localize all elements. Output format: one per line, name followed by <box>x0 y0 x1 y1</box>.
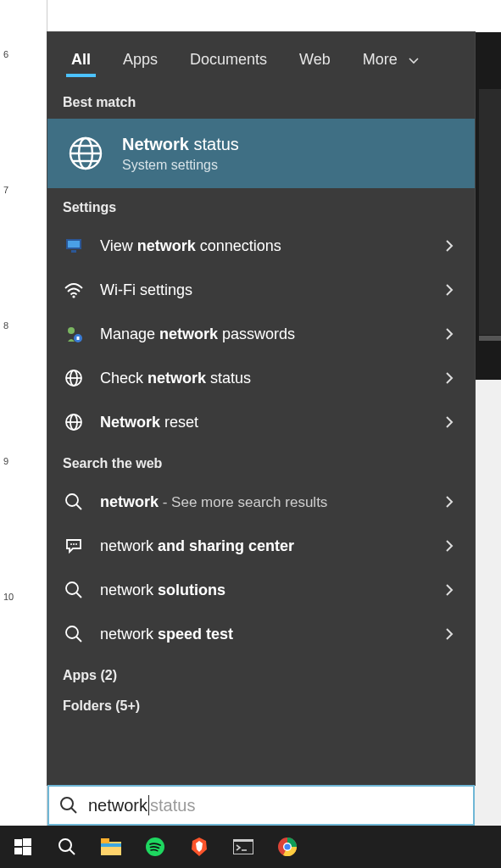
tab-documents[interactable]: Documents <box>181 39 276 77</box>
taskbar-chrome[interactable] <box>266 826 309 868</box>
chevron-right-icon <box>439 415 459 429</box>
svg-point-23 <box>66 582 78 594</box>
svg-rect-40 <box>234 842 253 854</box>
search-icon <box>63 491 85 513</box>
chevron-right-icon <box>439 495 459 509</box>
result-label: network speed test <box>100 626 424 643</box>
best-match-title-rest: status <box>189 135 239 153</box>
chevron-right-icon <box>439 283 459 297</box>
background-dark-strip <box>479 89 501 335</box>
chevron-right-icon <box>439 627 459 641</box>
settings-result-item[interactable]: Manage network passwords <box>47 312 475 356</box>
svg-rect-37 <box>101 843 121 847</box>
svg-rect-32 <box>23 847 31 855</box>
settings-result-item[interactable]: View network connections <box>47 224 475 268</box>
globe-icon <box>63 367 85 389</box>
taskbar-search-button[interactable] <box>46 826 88 868</box>
taskbar <box>0 826 501 868</box>
tab-more-label: More <box>363 51 398 68</box>
svg-rect-6 <box>68 241 80 248</box>
result-label: Wi-Fi settings <box>100 281 424 299</box>
svg-line-19 <box>76 504 81 509</box>
search-icon <box>58 837 76 856</box>
chevron-right-icon <box>439 371 459 385</box>
search-icon <box>63 579 85 601</box>
section-settings: Settings <box>47 188 475 224</box>
taskbar-spotify[interactable] <box>134 826 176 868</box>
start-button[interactable] <box>2 826 44 868</box>
web-result-item[interactable]: network and sharing center <box>47 524 475 568</box>
search-input[interactable]: network status <box>47 785 475 826</box>
section-folders-count[interactable]: Folders (5+) <box>47 692 475 722</box>
svg-point-18 <box>66 494 78 506</box>
section-search-web: Search the web <box>47 444 475 480</box>
svg-rect-29 <box>14 839 22 846</box>
result-label: network solutions <box>100 581 424 599</box>
chevron-down-icon <box>409 58 419 64</box>
svg-line-28 <box>71 808 76 813</box>
start-search-panel: All Apps Documents Web More Best match <box>47 32 475 785</box>
tab-all[interactable]: All <box>63 39 99 77</box>
chat-icon <box>63 535 85 557</box>
settings-result-item[interactable]: Check network status <box>47 356 475 400</box>
svg-point-22 <box>75 543 77 545</box>
svg-rect-31 <box>14 848 22 854</box>
start-icon <box>14 838 31 855</box>
search-icon <box>58 794 80 816</box>
search-icon <box>63 623 85 645</box>
svg-rect-30 <box>23 838 31 846</box>
result-label: network - See more search results <box>100 493 424 511</box>
tab-apps[interactable]: Apps <box>114 39 166 77</box>
result-label: Network reset <box>100 414 424 431</box>
search-suggestion-text: status <box>150 796 195 815</box>
globe-icon <box>66 134 105 173</box>
taskbar-terminal[interactable] <box>222 826 264 868</box>
svg-line-24 <box>76 593 81 598</box>
web-result-item[interactable]: network speed test <box>47 612 475 656</box>
svg-point-21 <box>73 543 75 545</box>
web-result-item[interactable]: network solutions <box>47 568 475 612</box>
spotify-icon <box>146 837 164 856</box>
chevron-right-icon <box>439 583 459 597</box>
web-result-item[interactable]: network - See more search results <box>47 480 475 524</box>
result-label: View network connections <box>100 237 424 255</box>
svg-rect-36 <box>101 838 109 843</box>
web-results-list: network - See more search resultsnetwork… <box>47 480 475 656</box>
svg-point-20 <box>70 543 72 545</box>
best-match-result[interactable]: Network status System settings <box>47 119 475 188</box>
best-match-title-bold: Network <box>122 135 189 153</box>
chevron-right-icon <box>439 239 459 253</box>
svg-point-44 <box>284 843 290 849</box>
best-match-text: Network status System settings <box>122 135 239 173</box>
background-blank <box>47 0 501 32</box>
result-label: Check network status <box>100 370 424 387</box>
wifi-icon <box>63 279 85 301</box>
background-divider <box>479 336 501 341</box>
svg-point-33 <box>59 839 71 851</box>
taskbar-brave[interactable] <box>178 826 220 868</box>
file-explorer-icon <box>101 838 121 855</box>
svg-point-8 <box>72 295 75 298</box>
section-apps-count[interactable]: Apps (2) <box>47 656 475 692</box>
network-connections-icon <box>63 235 85 257</box>
svg-rect-11 <box>77 337 80 340</box>
best-match-subtitle: System settings <box>122 158 239 173</box>
taskbar-file-explorer[interactable] <box>90 826 132 868</box>
terminal-icon <box>233 839 253 854</box>
search-typed-text: network <box>88 796 148 815</box>
search-filter-tabs: All Apps Documents Web More <box>47 32 475 83</box>
ruler-vertical: 6 7 8 9 10 <box>0 0 47 826</box>
svg-point-27 <box>61 798 73 810</box>
svg-line-26 <box>76 637 81 642</box>
chevron-right-icon <box>439 539 459 553</box>
svg-point-9 <box>68 327 75 334</box>
tab-web[interactable]: Web <box>291 39 339 77</box>
settings-results-list: View network connectionsWi-Fi settingsMa… <box>47 224 475 444</box>
settings-result-item[interactable]: Wi-Fi settings <box>47 268 475 312</box>
tab-more[interactable]: More <box>354 39 427 77</box>
globe-icon <box>63 411 85 433</box>
chrome-icon <box>278 837 297 856</box>
text-cursor <box>148 795 149 815</box>
svg-point-25 <box>66 626 78 638</box>
settings-result-item[interactable]: Network reset <box>47 400 475 444</box>
